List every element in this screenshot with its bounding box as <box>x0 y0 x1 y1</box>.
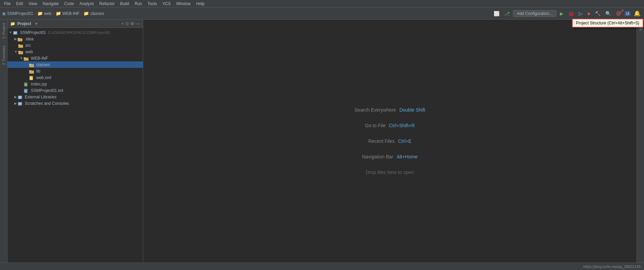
menu-refactor[interactable]: Refactor <box>97 1 117 7</box>
panel-minimize-icon[interactable]: — <box>136 21 140 26</box>
project-structure-tooltip: Project Structure (Ctrl+Alt+Shift+S) <box>572 19 643 27</box>
project-panel-folder-icon: 📁 <box>10 21 15 26</box>
settings-button[interactable]: ⚙ ↗ <box>614 9 623 18</box>
breadcrumb-webinf[interactable]: WEB-INF <box>62 11 80 16</box>
branch-icon[interactable]: ⎇ <box>503 10 511 17</box>
svg-rect-9 <box>18 51 20 52</box>
tree-item-lib[interactable]: lib <box>7 68 143 74</box>
project-name[interactable]: SSMProject01 <box>7 11 33 16</box>
svg-rect-13 <box>29 64 31 65</box>
menu-window[interactable]: Window <box>173 1 193 7</box>
stop-button[interactable]: ■ <box>586 10 591 17</box>
menu-view[interactable]: View <box>26 1 40 7</box>
go-to-file-key: Ctrl+Shift+R <box>389 123 415 128</box>
breadcrumb-classes[interactable]: classes <box>90 11 104 16</box>
tree-item-web[interactable]: ▼web <box>7 49 143 55</box>
svg-rect-15 <box>29 70 31 71</box>
menu-bar: File Edit View Navigate Code Analyze Ref… <box>0 0 644 7</box>
search-everywhere-key: Double Shift <box>399 107 425 113</box>
project-panel-title: Project <box>17 21 31 26</box>
svg-rect-18 <box>30 78 32 78</box>
tree-item-extlib[interactable]: ▶External Libraries <box>7 94 143 100</box>
tree-item-webxml[interactable]: web.xml <box>7 74 143 81</box>
navigation-bar-key: Alt+Home <box>397 154 418 159</box>
svg-rect-34 <box>19 103 21 103</box>
svg-rect-1 <box>14 32 17 33</box>
recent-files-row: Recent Files Ctrl+E <box>368 138 411 144</box>
project-icon: ▣ <box>2 11 6 16</box>
menu-run[interactable]: Run <box>132 1 145 7</box>
tree-item-classes[interactable]: classes <box>7 61 143 68</box>
svg-rect-3 <box>14 34 16 34</box>
project-panel-dropdown[interactable]: ▼ <box>35 22 38 26</box>
panel-add-icon[interactable]: + <box>121 21 124 26</box>
menu-edit[interactable]: Edit <box>13 1 26 7</box>
svg-marker-22 <box>27 82 28 84</box>
build-button[interactable]: 🔨 <box>593 10 602 17</box>
search-everywhere-toolbar[interactable]: 🔍 <box>604 10 612 17</box>
go-to-file-row: Go to File Ctrl+Shift+R <box>365 123 415 128</box>
svg-rect-19 <box>30 78 32 79</box>
breadcrumb-sep-1: › <box>35 11 36 16</box>
content-area: Search Everywhere Double Shift Go to Fil… <box>143 20 637 263</box>
svg-rect-24 <box>25 85 27 85</box>
svg-rect-2 <box>14 33 17 33</box>
tree-item-ssmproject01iml[interactable]: SSMProject01.iml <box>7 87 143 94</box>
breadcrumb-web[interactable]: web <box>44 11 52 16</box>
folder-icon-webinf: 📁 <box>56 11 61 16</box>
drop-files-label: Drop files here to open <box>366 170 414 175</box>
svg-marker-26 <box>27 89 28 90</box>
sidebar-tab-favorites[interactable]: 2: Favorites <box>1 42 6 68</box>
menu-analyze[interactable]: Analyze <box>77 1 97 7</box>
navigation-bar-row: Navigation Bar Alt+Home <box>362 154 418 159</box>
panel-gear-icon[interactable]: ⚙ <box>130 21 134 26</box>
add-configuration-button[interactable]: Add Configuration... <box>513 10 556 17</box>
project-panel-header: 📁 Project ▼ + ⊙ ⚙ — <box>7 20 143 28</box>
main-area: 1: Project 2: Favorites 📁 Project ▼ + ⊙ … <box>0 20 644 263</box>
svg-rect-32 <box>19 98 20 99</box>
go-to-file-label: Go to File <box>365 123 386 128</box>
svg-marker-17 <box>32 76 34 77</box>
svg-rect-31 <box>19 97 21 98</box>
navigation-bar-label: Navigation Bar <box>362 154 393 159</box>
toolbar: ▣ SSMProject01 › 📁 web › 📁 WEB-INF › 📁 c… <box>0 7 644 20</box>
svg-rect-27 <box>25 91 27 91</box>
svg-rect-7 <box>18 44 20 45</box>
svg-rect-23 <box>25 84 27 84</box>
right-panel-strip: Web <box>637 20 644 263</box>
sidebar-tab-project[interactable]: 1: Project <box>1 20 6 42</box>
menu-file[interactable]: File <box>1 1 13 7</box>
menu-tools[interactable]: Tools <box>145 1 160 7</box>
tree-item-root[interactable]: ▼SSMProject01D:\IDEAWORKSPACE\SSMProject… <box>7 29 143 36</box>
breadcrumb: ▣ SSMProject01 › 📁 web › 📁 WEB-INF › 📁 c… <box>2 11 104 16</box>
project-panel: 📁 Project ▼ + ⊙ ⚙ — ▼SSMProject01D:\IDEA… <box>7 20 143 263</box>
folder-icon-web: 📁 <box>37 11 43 16</box>
menu-vcs[interactable]: VCS <box>160 1 174 7</box>
project-tree: ▼SSMProject01D:\IDEAWORKSPACE\SSMProject… <box>7 28 143 263</box>
tree-item-src[interactable]: src <box>7 42 143 49</box>
screen-icon[interactable]: ⬜ <box>492 10 501 17</box>
tree-item-indexjsp[interactable]: index.jsp <box>7 81 143 87</box>
svg-rect-20 <box>30 79 32 79</box>
tree-item-webinf[interactable]: ▼WEB-INF <box>7 55 143 61</box>
run-with-coverage-button[interactable]: ▷ <box>577 10 584 17</box>
svg-rect-28 <box>25 91 26 92</box>
toolbar-right: ⬜ ⎇ Add Configuration... ▶ 🐞 ▷ ■ 🔨 🔍 ⚙ ↗… <box>492 9 642 18</box>
svg-rect-30 <box>19 96 21 97</box>
menu-navigate[interactable]: Navigate <box>40 1 61 7</box>
notifications-icon[interactable]: 🔔 <box>632 9 642 17</box>
menu-build[interactable]: Build <box>117 1 132 7</box>
search-everywhere-label: Search Everywhere <box>355 107 396 113</box>
panel-header-icons: + ⊙ ⚙ — <box>121 21 140 26</box>
tree-item-idea[interactable]: ▶.idea <box>7 36 143 42</box>
menu-code[interactable]: Code <box>61 1 77 7</box>
ide-icon[interactable]: IJ <box>625 11 630 16</box>
debug-button[interactable]: 🐞 <box>567 10 575 17</box>
breadcrumb-sep-2: › <box>53 11 54 16</box>
svg-rect-36 <box>19 104 20 105</box>
panel-scroll-icon[interactable]: ⊙ <box>125 21 129 26</box>
svg-rect-11 <box>24 57 26 58</box>
tree-item-scratches[interactable]: ▶Scratches and Consoles <box>7 100 143 107</box>
run-button[interactable]: ▶ <box>558 10 565 17</box>
menu-help[interactable]: Help <box>193 1 207 7</box>
